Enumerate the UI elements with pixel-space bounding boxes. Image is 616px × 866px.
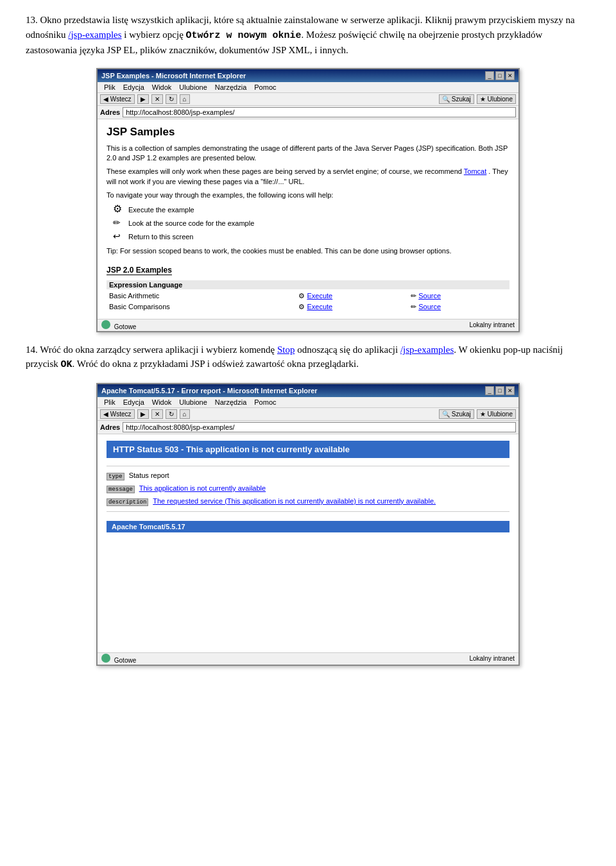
status-right-2: Lokalny intranet — [469, 655, 515, 662]
menu-plik-2[interactable]: Plik — [100, 398, 119, 407]
menu-edycja-2[interactable]: Edycja — [119, 398, 148, 407]
section-heading-1: JSP 2.0 Examples — [107, 266, 172, 275]
stop-link[interactable]: Stop — [277, 344, 295, 355]
menu-widok-1[interactable]: Widok — [148, 83, 176, 92]
back-button-1[interactable]: ◀ Wstecz — [100, 94, 135, 104]
http-error-header: HTTP Status 503 - This application is no… — [107, 441, 509, 458]
menu-ulubione-2[interactable]: Ulubione — [175, 398, 210, 407]
tip-para: Tip: For session scoped beans to work, t… — [107, 246, 509, 256]
message-label: message — [107, 486, 135, 493]
home-button-1[interactable]: ⌂ — [180, 94, 190, 104]
browser-toolbar-1: ◀ Wstecz ▶ ✕ ↻ ⌂ 🔍 Szukaj ★ Ulubione — [98, 93, 518, 106]
browser-window-1: JSP Examples - Microsoft Internet Explor… — [96, 68, 520, 332]
return-icon: ↩ — [113, 231, 124, 242]
address-input-1[interactable] — [123, 107, 516, 117]
message-line: message This application is not currentl… — [107, 484, 509, 493]
status-icon-1 — [101, 320, 110, 329]
subsection-heading-1: Expression Language — [107, 280, 509, 289]
status-icon-2 — [101, 654, 110, 663]
menu-edycja-1[interactable]: Edycja — [119, 83, 148, 92]
icon-return-row: ↩ Return to this screen — [113, 231, 509, 242]
menu-narzedzia-2[interactable]: Narzędzia — [211, 398, 251, 407]
description-value[interactable]: The requested service (This application … — [153, 497, 436, 505]
source-link-2[interactable]: Source — [418, 303, 441, 310]
open-new-window-option: Otwórz w nowym oknie — [186, 30, 302, 41]
browser-titlebar-2: Apache Tomcat/5.5.17 - Error report - Mi… — [98, 384, 518, 397]
separator-1 — [107, 466, 509, 466]
minimize-button-2[interactable]: _ — [485, 386, 494, 395]
tomcat-link[interactable]: Tomcat — [464, 167, 486, 175]
stop-button-1[interactable]: ✕ — [151, 94, 163, 104]
jsp-heading: JSP Samples — [107, 126, 509, 139]
ok-button-label: OK — [61, 359, 73, 370]
stop-button-2[interactable]: ✕ — [151, 409, 163, 419]
examples-table: Basic Arithmetic ⚙ Execute ✏ Source Basi… — [107, 291, 509, 312]
forward-button-1[interactable]: ▶ — [137, 94, 149, 104]
return-text: Return to this screen — [128, 233, 194, 241]
address-bar-1: Adres — [98, 106, 518, 119]
address-bar-2: Adres — [98, 421, 518, 434]
titlebar-buttons-1: _ □ ✕ — [485, 71, 515, 80]
execute-link-1[interactable]: Execute — [307, 292, 332, 300]
menu-ulubione-1[interactable]: Ulubione — [175, 83, 210, 92]
menu-widok-2[interactable]: Widok — [148, 398, 176, 407]
home-button-2[interactable]: ⌂ — [180, 409, 190, 419]
browser-content-1: JSP Samples This is a collection of samp… — [98, 119, 518, 319]
source-icon-row2: ✏ — [411, 303, 416, 310]
close-button-2[interactable]: ✕ — [506, 386, 515, 395]
message-value[interactable]: This application is not currently availa… — [139, 484, 266, 492]
type-value: Status report — [129, 471, 169, 479]
menu-pomoc-2[interactable]: Pomoc — [250, 398, 280, 407]
description-label: description — [107, 498, 148, 506]
address-input-2[interactable] — [123, 422, 516, 432]
menu-plik-1[interactable]: Plik — [100, 83, 119, 92]
search-button-2[interactable]: 🔍 Szukaj — [439, 409, 474, 419]
refresh-button-2[interactable]: ↻ — [166, 409, 177, 419]
refresh-button-1[interactable]: ↻ — [166, 94, 177, 104]
step13-text: 13. Okno przedstawia listę wszystkich ap… — [26, 13, 590, 58]
browser-statusbar-2: Gotowe Lokalny intranet — [98, 652, 518, 665]
forward-button-2[interactable]: ▶ — [137, 409, 149, 419]
icon-source-row: ✏ Look at the source code for the exampl… — [113, 217, 509, 229]
status-text-1: Gotowe — [114, 323, 136, 330]
menu-narzedzia-1[interactable]: Narzędzia — [211, 83, 251, 92]
maximize-button-2[interactable]: □ — [495, 386, 504, 395]
tomcat-footer: Apache Tomcat/5.5.17 — [107, 521, 509, 532]
table-row: Basic Arithmetic ⚙ Execute ✏ Source — [107, 291, 509, 301]
execute-text: Execute the example — [128, 206, 194, 214]
execute-icon-row1: ⚙ — [298, 292, 305, 300]
browser-statusbar-1: Gotowe Lokalny intranet — [98, 319, 518, 331]
source-text: Look at the source code for the example — [128, 219, 254, 227]
step14-text: 14. Wróć do okna zarządcy serwera aplika… — [26, 343, 590, 373]
separator-2 — [107, 511, 509, 512]
description-line: description The requested service (This … — [107, 497, 509, 506]
favorites-button-1[interactable]: ★ Ulubione — [477, 94, 516, 104]
table-row: Basic Comparisons ⚙ Execute ✏ Source — [107, 301, 509, 312]
source-icon-row1: ✏ — [411, 292, 416, 300]
browser-titlebar-1: JSP Examples - Microsoft Internet Explor… — [98, 69, 518, 82]
jsp-examples-link2[interactable]: /jsp-examples — [400, 344, 454, 355]
source-icon: ✏ — [113, 217, 124, 229]
browser-title-2: Apache Tomcat/5.5.17 - Error report - Mi… — [101, 387, 318, 395]
browser-title-1: JSP Examples - Microsoft Internet Explor… — [101, 72, 246, 80]
close-button-1[interactable]: ✕ — [506, 71, 515, 80]
jsp-para3: To navigate your way through the example… — [107, 191, 509, 200]
browser-menubar-1: Plik Edycja Widok Ulubione Narzędzia Pom… — [98, 82, 518, 93]
example-name-2: Basic Comparisons — [107, 301, 296, 312]
favorites-button-2[interactable]: ★ Ulubione — [477, 409, 516, 419]
address-label-2: Adres — [100, 423, 120, 431]
jsp-examples-link1[interactable]: /jsp-examples — [68, 30, 121, 40]
back-button-2[interactable]: ◀ Wstecz — [100, 409, 135, 419]
maximize-button-1[interactable]: □ — [495, 71, 504, 80]
titlebar-buttons-2: _ □ ✕ — [485, 386, 515, 395]
browser-menubar-2: Plik Edycja Widok Ulubione Narzędzia Pom… — [98, 397, 518, 408]
jsp-para1: This is a collection of samples demonstr… — [107, 144, 509, 164]
search-button-1[interactable]: 🔍 Szukaj — [439, 94, 474, 104]
icon-execute-row: ⚙ Execute the example — [113, 204, 509, 216]
menu-pomoc-1[interactable]: Pomoc — [250, 83, 280, 92]
execute-link-2[interactable]: Execute — [307, 303, 332, 310]
browser-content-2: HTTP Status 503 - This application is no… — [98, 434, 518, 652]
source-link-1[interactable]: Source — [418, 292, 441, 300]
browser-toolbar-2: ◀ Wstecz ▶ ✕ ↻ ⌂ 🔍 Szukaj ★ Ulubione — [98, 408, 518, 421]
minimize-button-1[interactable]: _ — [485, 71, 494, 80]
